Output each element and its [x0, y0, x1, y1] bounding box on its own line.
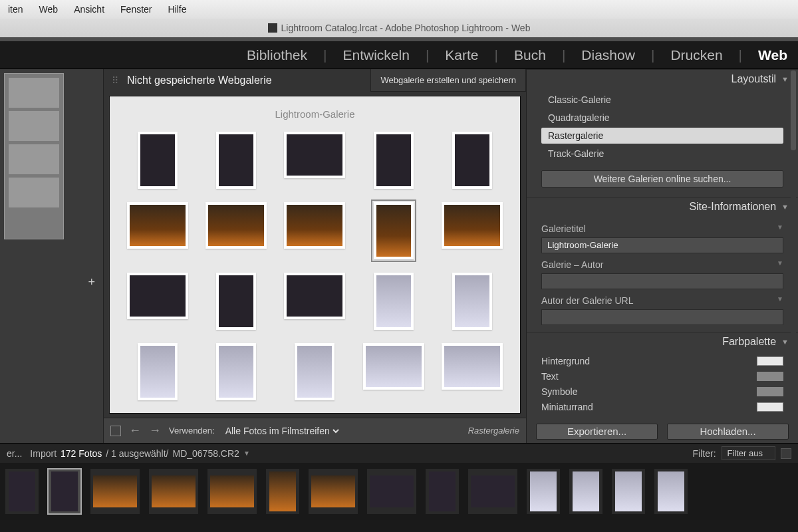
filmstrip-thumb[interactable]: [367, 469, 416, 514]
center-header: ⠿ Nicht gespeicherte Webgalerie Webgaler…: [104, 69, 526, 92]
menu-ansicht[interactable]: Ansicht: [74, 4, 104, 15]
module-buch[interactable]: Buch: [514, 47, 546, 63]
filmstrip-thumb[interactable]: [5, 469, 39, 514]
menu-fenster[interactable]: Fenster: [120, 4, 152, 15]
chevron-down-icon[interactable]: ▼: [243, 450, 250, 457]
panel-header-farbpalette[interactable]: Farbpalette▼: [527, 332, 798, 352]
gallery-thumb[interactable]: [374, 273, 414, 330]
color-swatch[interactable]: [757, 402, 783, 412]
filmstrip-thumb[interactable]: [612, 469, 645, 514]
module-web[interactable]: Web: [758, 47, 787, 63]
layout-option[interactable]: Rastergalerie: [541, 128, 783, 144]
gallery-thumb[interactable]: [127, 202, 188, 249]
gallery-thumb[interactable]: [216, 273, 256, 330]
filmstrip-thumb[interactable]: [569, 469, 602, 514]
filter-flag-toggle[interactable]: [781, 448, 791, 459]
field-label: Galerie – Autor▼: [541, 255, 783, 270]
layout-name-label: Rastergalerie: [468, 426, 519, 436]
gallery-thumb[interactable]: [205, 202, 267, 249]
gallery-thumb[interactable]: [138, 132, 178, 189]
gallery-title-input[interactable]: [541, 237, 783, 253]
gallery-thumb[interactable]: [452, 273, 492, 330]
nav-thumb: [9, 178, 59, 207]
navigator-preview: [4, 73, 64, 239]
filmstrip-thumb[interactable]: [266, 469, 299, 514]
select-toggle[interactable]: [110, 426, 121, 436]
triangle-down-icon: ▼: [781, 338, 789, 346]
color-swatch[interactable]: [757, 387, 783, 396]
filmstrip[interactable]: [0, 463, 798, 520]
module-bar[interactable]: Bibliothek|Entwickeln|Karte|Buch|Diashow…: [0, 41, 798, 69]
gallery-thumb[interactable]: [216, 132, 256, 189]
add-button[interactable]: +: [88, 275, 95, 289]
filmstrip-thumb[interactable]: [90, 469, 140, 514]
window-title: Lightroom Catalog.lrcat - Adobe Photosho…: [281, 23, 531, 33]
color-swatch[interactable]: [757, 372, 783, 381]
status-selected: / 1 ausgewählt/: [106, 448, 168, 459]
filmstrip-thumb[interactable]: [48, 469, 81, 514]
chevron-down-icon: ▼: [777, 223, 783, 234]
center-toolbar: ← → Verwenden: Alle Fotos im Filmstreife…: [104, 418, 526, 443]
panel-header-layoutstil[interactable]: Layoutstil▼: [527, 69, 798, 89]
menu-hilfe[interactable]: Hilfe: [168, 4, 187, 15]
field-label: Galerietitel▼: [541, 219, 783, 234]
filmstrip-thumb[interactable]: [426, 469, 459, 514]
status-filename[interactable]: MD_06758.CR2: [172, 448, 239, 459]
module-karte[interactable]: Karte: [445, 47, 478, 63]
module-drucken[interactable]: Drucken: [670, 47, 722, 63]
filmstrip-thumb[interactable]: [468, 469, 517, 514]
status-import[interactable]: Import: [30, 448, 57, 459]
status-photo-count: 172 Fotos: [61, 448, 102, 459]
left-panel: +: [0, 69, 103, 443]
filmstrip-thumb[interactable]: [207, 469, 257, 514]
gallery-preview[interactable]: Lightroom-Galerie: [109, 96, 521, 414]
field-label: Autor der Galerie URL▼: [541, 291, 783, 306]
layout-option[interactable]: Classic-Galerie: [541, 92, 783, 108]
filmstrip-thumb[interactable]: [149, 469, 198, 514]
more-galleries-button[interactable]: Weitere Galerien online suchen...: [541, 170, 783, 188]
upload-button[interactable]: Hochladen...: [667, 424, 789, 440]
gallery-author-input[interactable]: [541, 273, 783, 289]
drag-handle-icon[interactable]: ⠿: [104, 75, 127, 86]
gallery-thumb[interactable]: [442, 202, 503, 249]
window-title-bar: Lightroom Catalog.lrcat - Adobe Photosho…: [0, 19, 798, 37]
gallery-thumb[interactable]: [127, 273, 188, 319]
filter-select[interactable]: Filter aus: [722, 446, 775, 460]
gallery-thumb[interactable]: [363, 343, 424, 390]
gallery-thumb[interactable]: [284, 202, 345, 249]
os-menubar[interactable]: itenWebAnsichtFensterHilfe: [0, 0, 798, 19]
gallery-thumb[interactable]: [452, 132, 492, 189]
create-gallery-button[interactable]: Webgalerie erstellen und speichern: [370, 69, 526, 92]
color-swatch[interactable]: [757, 356, 783, 366]
menu-iten[interactable]: iten: [8, 4, 23, 15]
module-diashow[interactable]: Diashow: [581, 47, 635, 63]
module-bibliothek[interactable]: Bibliothek: [247, 47, 307, 63]
export-button[interactable]: Exportieren...: [536, 424, 658, 440]
filmstrip-thumb[interactable]: [654, 469, 688, 514]
layout-option[interactable]: Track-Galerie: [541, 146, 783, 162]
next-arrow-icon[interactable]: →: [149, 424, 161, 438]
gallery-thumb[interactable]: [138, 343, 178, 400]
filmstrip-thumb[interactable]: [309, 469, 358, 514]
gallery-thumb[interactable]: [442, 343, 503, 390]
right-scrollbar[interactable]: [791, 70, 796, 442]
filter-label: Filter:: [693, 448, 716, 459]
gallery-thumb[interactable]: [284, 132, 345, 178]
gallery-url-input[interactable]: [541, 309, 783, 325]
filmstrip-thumb[interactable]: [527, 469, 560, 514]
action-row: Exportieren... Hochladen...: [527, 420, 798, 443]
gallery-title: Lightroom-Galerie: [110, 96, 520, 129]
chevron-down-icon: ▼: [777, 295, 783, 306]
gallery-thumb[interactable]: [374, 132, 414, 189]
gallery-thumb[interactable]: [216, 343, 256, 400]
layout-option[interactable]: Quadratgalerie: [541, 110, 783, 126]
panel-header-siteinfo[interactable]: Site-Informationen▼: [527, 197, 798, 217]
module-entwickeln[interactable]: Entwickeln: [342, 47, 409, 63]
use-select[interactable]: Alle Fotos im Filmstreifen: [223, 425, 341, 437]
gallery-thumb[interactable]: [295, 343, 334, 400]
menu-web[interactable]: Web: [39, 4, 59, 15]
prev-arrow-icon[interactable]: ←: [129, 424, 141, 438]
gallery-thumb[interactable]: [284, 273, 345, 319]
gallery-thumb[interactable]: [374, 202, 414, 259]
status-frag: er...: [7, 448, 22, 459]
